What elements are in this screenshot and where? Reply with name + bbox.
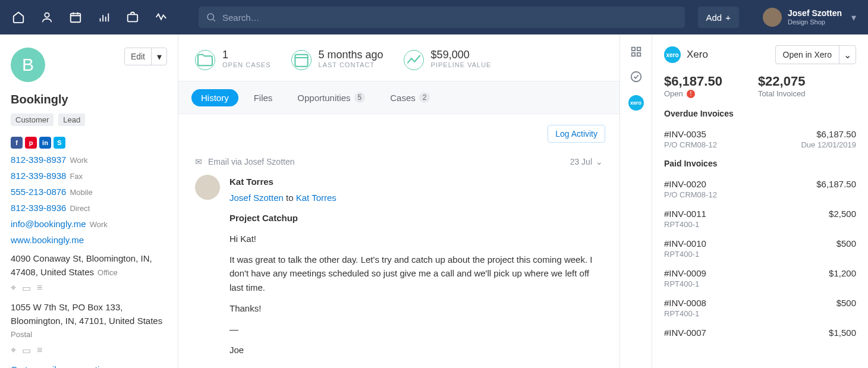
avatar [763,8,782,27]
email-icon: ✉ [195,157,202,166]
xero-panel: xero Xero Open in Xero ⌄ $6,187.50 Open!… [652,34,868,368]
alert-icon: ! [687,90,695,98]
svg-point-3 [207,14,214,20]
activity-subject: Project Catchup [229,211,603,225]
avatar [195,175,220,200]
search-wrap [199,7,685,28]
contact-link[interactable]: 812-339-8936 [11,203,66,213]
xero-rail-icon[interactable]: xero [628,95,644,111]
tabs: History Files Opportunities5 Cases2 [178,81,619,114]
list-icon[interactable]: ≡ [37,345,42,356]
stat-open-cases: 1OPEN CASES [195,49,271,70]
home-icon[interactable] [12,11,25,24]
overdue-title: Overdue Invoices [664,109,856,118]
invoice-row[interactable]: #INV-0009RPT400-1$1,200 [664,263,856,293]
log-activity-button[interactable]: Log Activity [548,125,605,143]
contact-link[interactable]: 555-213-0876 [11,187,66,197]
stat-last-contact: 5 months agoLAST CONTACT [291,49,383,70]
paid-title: Paid Invoices [664,159,856,168]
contact-link[interactable]: info@bookingly.me [11,219,86,229]
facebook-icon[interactable]: f [11,137,23,149]
stat-pipeline: $59,000PIPELINE VALUE [404,49,492,70]
skype-icon[interactable]: S [54,137,65,149]
total-invoiced-amount: $22,075 [758,74,806,89]
svg-rect-6 [637,48,640,51]
calendar-icon[interactable] [69,11,82,24]
tags: Customer Lead [11,114,167,126]
user-workspace: Design Shop [788,18,842,26]
folder-icon [195,50,215,70]
contact-link[interactable]: www.bookingly.me [11,235,84,245]
tag-lead[interactable]: Lead [58,114,85,126]
tab-history[interactable]: History [191,89,238,106]
grid-icon[interactable] [630,45,643,58]
open-amount: $6,187.50 [664,74,722,89]
linkedin-icon[interactable]: in [39,137,51,149]
topbar: Add + Josef Szotten Design Shop ▾ [0,0,868,34]
invoice-row[interactable]: #INV-0020P/O CRM08-12$6,187.50 [664,174,856,204]
email-greeting: Hi Kat! [229,232,603,246]
contact-row: 812-339-8938Fax [11,171,167,181]
chevron-down-icon[interactable]: ▾ [151,48,166,65]
pin-icon[interactable]: ⌖ [11,282,16,294]
email-signature: Joe [229,343,603,357]
pulse-icon[interactable] [155,11,168,24]
person-icon[interactable] [40,11,54,24]
address-office: 4090 Conaway St, Bloomington, IN, 47408,… [11,252,167,279]
check-circle-icon[interactable] [630,70,643,83]
invoice-row[interactable]: #INV-0008RPT400-1$500 [664,293,856,323]
company-avatar: B [11,48,45,82]
email-conversations-link[interactable]: Go to email conversations [11,364,167,369]
trend-icon [404,50,424,70]
invoice-row[interactable]: #INV-0011RPT400-1$2,500 [664,204,856,234]
pin-icon[interactable]: ⌖ [11,345,16,356]
svg-point-0 [45,13,49,17]
svg-rect-8 [637,53,640,56]
contact-row: 812-339-8937Work [11,155,167,165]
chevron-down-icon[interactable]: ⌄ [839,46,856,64]
svg-rect-5 [631,48,635,51]
invoice-row[interactable]: #INV-0010RPT400-1$500 [664,234,856,263]
invoice-row[interactable]: #INV-0007$1,500 [664,323,856,342]
calendar-icon [291,50,312,70]
bars-icon[interactable] [98,11,111,24]
tab-cases[interactable]: Cases2 [380,89,439,106]
search-input[interactable] [199,7,685,28]
sender-link[interactable]: Josef Szotten [229,193,284,203]
add-button[interactable]: Add + [698,7,739,28]
activity-date[interactable]: 23 Jul⌄ [570,157,603,166]
recipient-link[interactable]: Kat Torres [296,193,336,203]
chevron-down-icon: ⌄ [596,157,603,166]
contact-row: www.bookingly.me [11,235,167,245]
list-icon[interactable]: ≡ [37,282,42,294]
edit-button[interactable]: Edit ▾ [124,48,167,65]
side-rail: xero [619,34,652,368]
contact-row: 812-339-8936Direct [11,203,167,213]
map-icon[interactable]: ▭ [22,345,31,356]
email-thanks: Thanks! [229,301,603,315]
tag-customer[interactable]: Customer [11,114,54,126]
tab-files[interactable]: Files [244,89,282,106]
contact-link[interactable]: 812-339-8937 [11,155,66,165]
tab-opportunities[interactable]: Opportunities5 [288,89,375,106]
svg-rect-2 [128,14,138,21]
contact-link[interactable]: 812-339-8938 [11,171,66,181]
svg-rect-7 [631,53,635,56]
add-label: Add [706,12,722,23]
invoice-row[interactable]: #INV-0035P/O CRM08-12$6,187.50Due 12/01/… [664,124,856,154]
chevron-down-icon: ▾ [851,12,856,23]
map-icon[interactable]: ▭ [22,282,31,294]
left-panel: B Edit ▾ Bookingly Customer Lead f p in … [0,34,178,368]
svg-rect-4 [295,55,307,67]
briefcase-icon[interactable] [126,11,139,24]
svg-rect-1 [71,14,81,23]
open-in-xero-button[interactable]: Open in Xero ⌄ [775,45,857,64]
xero-logo-icon: xero [664,46,681,63]
search-icon [206,12,216,25]
pinterest-icon[interactable]: p [25,137,37,149]
user-name: Josef Szotten [788,9,842,18]
activity-participants: Josef Szotten to Kat Torres [229,191,603,205]
stats-bar: 1OPEN CASES 5 months agoLAST CONTACT $59… [178,34,619,81]
company-name: Bookingly [11,93,167,106]
user-menu[interactable]: Josef Szotten Design Shop ▾ [763,8,856,27]
